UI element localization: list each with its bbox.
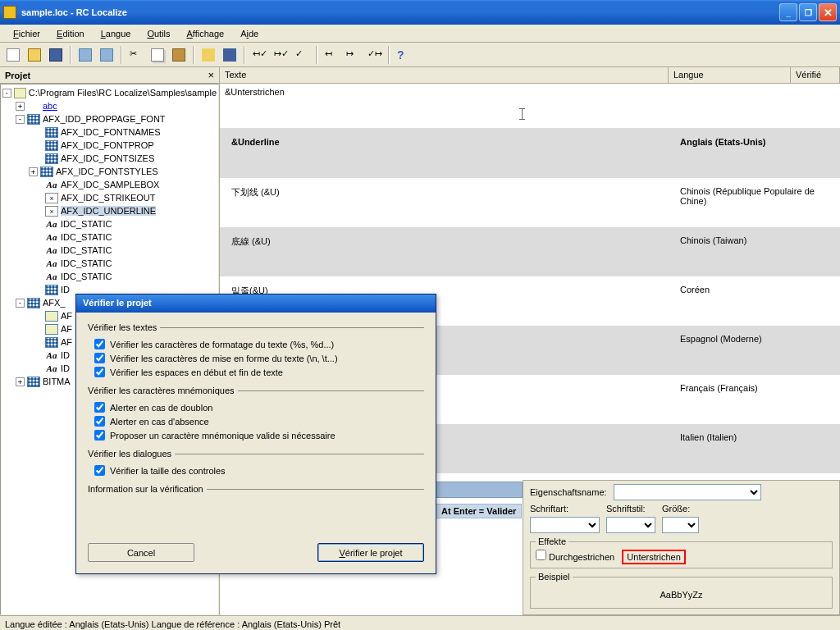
tree-item[interactable]: +AFX_IDC_FONTSTYLES [2, 165, 217, 178]
size-label: Größe: [662, 504, 690, 514]
app-icon [3, 6, 16, 19]
tb-paste[interactable] [169, 45, 189, 65]
tree-item[interactable]: AaIDC_STATIC [2, 257, 217, 270]
check-miss[interactable]: Alerter en cas d'absence [88, 414, 424, 428]
table-row[interactable]: &UnderlineAnglais (Etats-Unis) [220, 129, 840, 178]
tree-item[interactable]: -AFX_IDD_PROPPAGE_FONT [2, 112, 217, 126]
menu-tools[interactable]: Outils [139, 26, 178, 41]
menu-view[interactable]: Affichage [179, 26, 233, 41]
tree-item[interactable]: AaAFX_IDC_SAMPLEBOX [2, 178, 217, 191]
tree-item[interactable]: AaIDC_STATIC [2, 231, 217, 244]
tree-item[interactable]: AaIDC_STATIC [2, 244, 217, 257]
cancel-button[interactable]: Cancel [88, 543, 194, 562]
tb-nav1[interactable]: ↤✓ [249, 45, 269, 65]
tb-new[interactable] [3, 45, 23, 65]
col-verifie[interactable]: Vérifié [791, 67, 840, 83]
menu-file[interactable]: Fichier [5, 26, 48, 41]
status-bar: Langue éditée : Anglais (Etats-Unis) Lan… [0, 615, 840, 630]
tree-root[interactable]: -C:\Program Files\RC Localize\Samples\sa… [2, 86, 217, 99]
check-suggest[interactable]: Proposer un caractère mnémonique valide … [88, 428, 424, 442]
tb-open[interactable] [25, 45, 44, 65]
prop-label: Eigenschaftsname: [530, 487, 607, 497]
edit-row[interactable]: &Unterstrichen [220, 84, 840, 129]
strike-check[interactable]: Durchgestrichen [536, 552, 614, 562]
tree-abc[interactable]: +abc [2, 99, 217, 112]
col-langue[interactable]: Langue [669, 67, 791, 83]
tree-item[interactable]: AaIDC_STATIC [2, 270, 217, 283]
tree-item[interactable]: AaIDC_STATIC [2, 217, 217, 231]
check-ctrlsize[interactable]: Vérifier la taille des controles [88, 463, 424, 477]
window-titlebar: sample.loc - RC Localize _ ❐ ✕ [0, 0, 840, 25]
menu-edit[interactable]: Edition [48, 26, 93, 41]
project-panel-header: Projet × [0, 67, 219, 84]
tb-save[interactable] [46, 45, 66, 65]
size-combo[interactable] [662, 517, 699, 533]
list-header: Texte Langue Vérifié [220, 67, 840, 84]
tb-cut[interactable]: ✂ [126, 45, 146, 65]
bottom-divider [436, 482, 523, 498]
tb-nav5[interactable]: ↦ [343, 45, 363, 65]
tree-item[interactable]: xAFX_IDC_STRIKEOUT [2, 191, 217, 204]
font-preview-panel: Eigenschaftsname: Schriftart: Schriftsti… [523, 480, 840, 615]
dialog-title: Vérifier le projet [76, 294, 436, 313]
style-label: Schriftstil: [606, 504, 655, 514]
tb-export[interactable] [220, 45, 240, 65]
tb-copy[interactable] [148, 45, 167, 65]
tb-nav2[interactable]: ↦✓ [271, 45, 290, 65]
sample-text: AaBbYyZz [536, 585, 827, 605]
prop-combo[interactable] [614, 484, 761, 500]
maximize-button[interactable]: ❐ [799, 3, 817, 21]
project-panel-close[interactable]: × [208, 69, 214, 81]
font-label: Schriftart: [530, 504, 600, 514]
tb-nav3[interactable]: ✓ [292, 45, 312, 65]
tb-nav4[interactable]: ↤ [322, 45, 341, 65]
minimize-button[interactable]: _ [779, 3, 797, 21]
check-dup[interactable]: Alerter en cas de doublon [88, 400, 424, 414]
text-cursor [522, 108, 523, 120]
tb-grid1[interactable] [75, 45, 95, 65]
verify-button[interactable]: Vérifier le projet [317, 543, 424, 562]
underline-highlight: Unterstrichen [622, 550, 685, 564]
style-combo[interactable] [606, 517, 655, 533]
menu-help[interactable]: Aide [232, 26, 267, 41]
tb-grid2[interactable] [97, 45, 116, 65]
window-title: sample.loc - RC Localize [21, 7, 779, 17]
font-combo[interactable] [530, 517, 600, 533]
check-spaces[interactable]: Vérifier les espaces en début et fin de … [88, 365, 424, 379]
sample-group: Beispiel AaBbYyZz [530, 572, 833, 609]
table-row[interactable]: 下划线 (&U)Chinois (République Populaire de… [220, 178, 840, 227]
tree-item[interactable]: AFX_IDC_FONTNAMES [2, 126, 217, 139]
toolbar: ✂ ↤✓ ↦✓ ✓ ↤ ↦ ✓↦ ? [0, 43, 840, 67]
menubar: Fichier Edition Langue Outils Affichage … [0, 25, 840, 43]
check-format[interactable]: Vérifier les caractères de formatage du … [88, 337, 424, 351]
effects-group: Effekte Durchgestrichen Unterstrichen [530, 536, 833, 568]
tree-item[interactable]: AFX_IDC_FONTPROP [2, 139, 217, 152]
table-row[interactable]: 底線 (&U)Chinois (Taiwan) [220, 227, 840, 276]
verify-dialog: Vérifier le projet Vérifier les textes V… [75, 294, 436, 574]
menu-lang[interactable]: Langue [93, 26, 139, 41]
tb-nav6[interactable]: ✓↦ [364, 45, 384, 65]
hint-bar: At Enter = Valider [436, 504, 522, 518]
tree-item[interactable]: AFX_IDC_FONTSIZES [2, 152, 217, 165]
close-button[interactable]: ✕ [819, 3, 837, 21]
tree-item-selected[interactable]: xAFX_IDC_UNDERLINE [2, 204, 217, 217]
tb-help[interactable]: ? [394, 45, 413, 65]
check-escape[interactable]: Vérifier les caractères de mise en forme… [88, 351, 424, 365]
col-texte[interactable]: Texte [220, 67, 669, 83]
edit-text[interactable]: &Unterstrichen [225, 87, 285, 97]
tb-autotr[interactable] [199, 45, 218, 65]
